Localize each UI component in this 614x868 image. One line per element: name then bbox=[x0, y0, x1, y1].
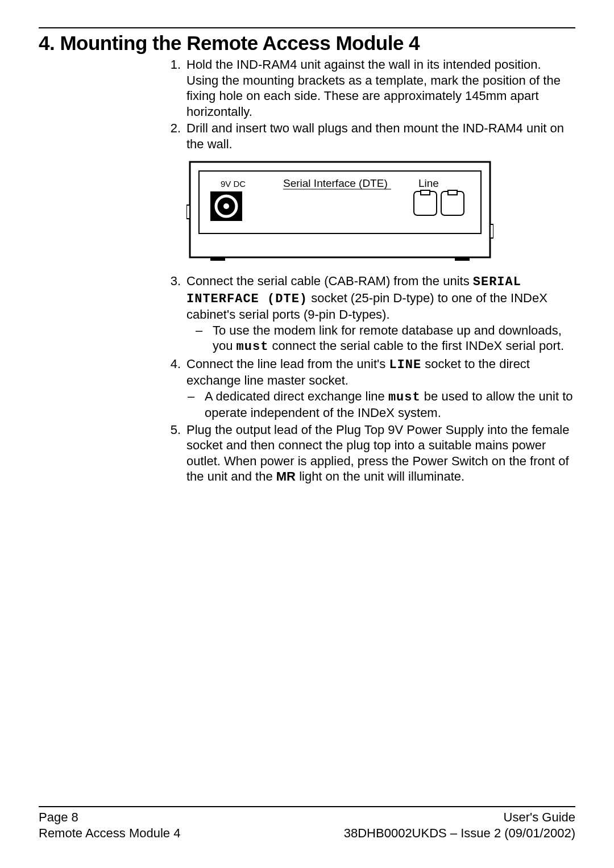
line-socket-1 bbox=[414, 190, 437, 215]
svg-point-8 bbox=[223, 203, 229, 209]
svg-rect-13 bbox=[448, 190, 457, 195]
step-4: Connect the line lead from the unit's LI… bbox=[161, 356, 575, 421]
page-footer: Page 8 User's Guide Remote Access Module… bbox=[39, 806, 575, 842]
serial-label: Serial Interface (DTE) bbox=[283, 177, 388, 189]
step-1: Hold the IND-RAM4 unit against the wall … bbox=[161, 57, 575, 119]
section-heading: 4. Mounting the Remote Access Module 4 bbox=[39, 32, 575, 55]
step-list-continued: Connect the serial cable (CAB-RAM) from … bbox=[161, 273, 575, 485]
step-list: Hold the IND-RAM4 unit against the wall … bbox=[161, 57, 575, 152]
step-5-text-c: light on the unit will illuminate. bbox=[296, 469, 464, 483]
step-4-sub-a: A dedicated direct exchange line bbox=[205, 389, 388, 403]
step-3: Connect the serial cable (CAB-RAM) from … bbox=[161, 273, 575, 355]
footer-page-number: Page 8 bbox=[39, 809, 78, 826]
step-3-text-a: Connect the serial cable (CAB-RAM) from … bbox=[186, 274, 473, 288]
line-label: Line bbox=[418, 177, 439, 189]
step-4-sub-must: must bbox=[388, 390, 421, 404]
step-3-sublist: To use the modem link for remote databas… bbox=[186, 323, 575, 355]
top-rule bbox=[39, 27, 575, 28]
step-3-sub-c: connect the serial cable to the first IN… bbox=[268, 339, 564, 353]
svg-rect-3 bbox=[490, 224, 493, 238]
footer-rule bbox=[39, 806, 575, 807]
footer-doc-id: 38DHB0002UKDS – Issue 2 (09/01/2002) bbox=[344, 825, 575, 842]
step-4-line: LINE bbox=[389, 358, 421, 372]
step-5: Plug the output lead of the Plug Top 9V … bbox=[161, 422, 575, 485]
step-5-mr: MR bbox=[276, 469, 296, 483]
content-block: Hold the IND-RAM4 unit against the wall … bbox=[161, 57, 575, 485]
svg-rect-4 bbox=[210, 257, 225, 261]
diagram-svg: 9V DC Serial Interface (DTE) Line bbox=[186, 158, 493, 261]
step-3-sub-must: must bbox=[237, 340, 269, 354]
footer-doc-title: User's Guide bbox=[504, 809, 575, 826]
step-4-sublist: A dedicated direct exchange line must be… bbox=[186, 389, 575, 421]
step-2: Drill and insert two wall plugs and then… bbox=[161, 120, 575, 152]
svg-rect-2 bbox=[186, 205, 190, 219]
rear-panel-diagram: 9V DC Serial Interface (DTE) Line bbox=[186, 158, 575, 263]
power-label: 9V DC bbox=[221, 179, 246, 189]
line-socket-2 bbox=[441, 190, 464, 215]
footer-module-name: Remote Access Module 4 bbox=[39, 825, 180, 842]
svg-rect-5 bbox=[455, 257, 470, 261]
step-3-sub: To use the modem link for remote databas… bbox=[196, 323, 575, 355]
step-4-text-a: Connect the line lead from the unit's bbox=[186, 357, 389, 371]
step-4-sub: A dedicated direct exchange line must be… bbox=[188, 389, 575, 421]
svg-rect-11 bbox=[421, 190, 430, 195]
